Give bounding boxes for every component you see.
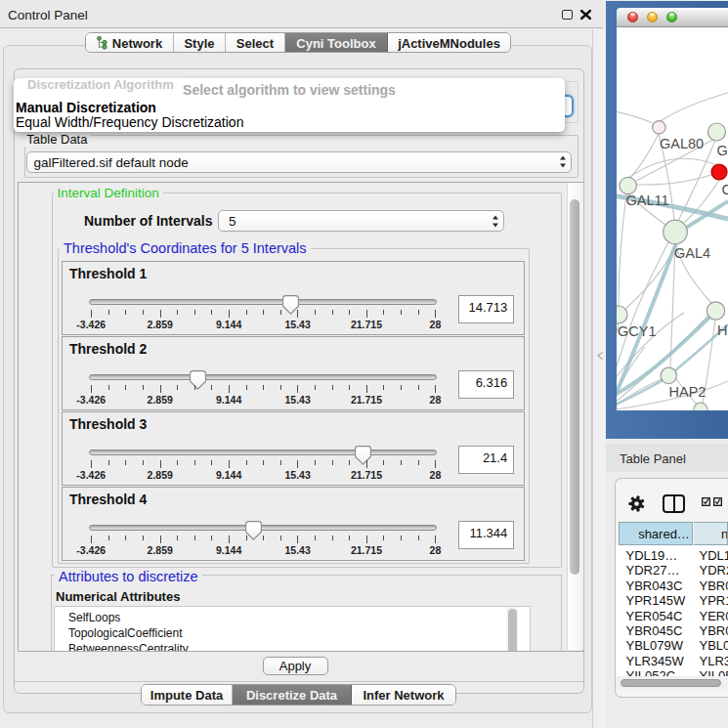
svg-text:C: C <box>722 182 728 197</box>
svg-text:GAL4: GAL4 <box>674 245 710 261</box>
svg-text:GAL80: GAL80 <box>660 136 704 151</box>
svg-text:GCY1: GCY1 <box>618 323 657 339</box>
svg-text:H: H <box>717 322 727 338</box>
svg-text:HAP2: HAP2 <box>669 384 707 400</box>
svg-text:GA: GA <box>717 143 728 158</box>
svg-text:GAL11: GAL11 <box>626 193 669 208</box>
